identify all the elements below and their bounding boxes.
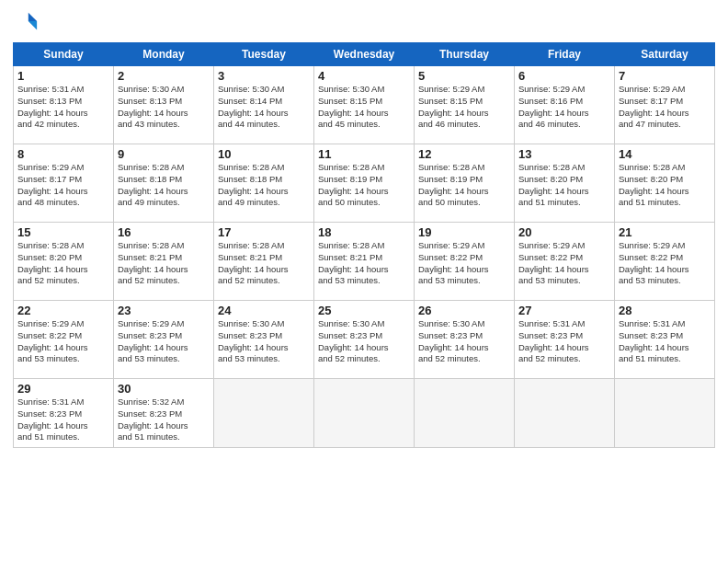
calendar-cell: 1Sunrise: 5:31 AM Sunset: 8:13 PM Daylig… — [14, 66, 114, 144]
day-info: Sunrise: 5:30 AM Sunset: 8:15 PM Dayligh… — [318, 84, 410, 131]
calendar-body: 1Sunrise: 5:31 AM Sunset: 8:13 PM Daylig… — [14, 66, 715, 448]
page-header — [13, 9, 715, 35]
day-info: Sunrise: 5:29 AM Sunset: 8:17 PM Dayligh… — [17, 162, 109, 209]
day-number: 13 — [518, 147, 610, 161]
calendar-cell: 10Sunrise: 5:28 AM Sunset: 8:18 PM Dayli… — [214, 144, 314, 223]
day-info: Sunrise: 5:31 AM Sunset: 8:13 PM Dayligh… — [17, 84, 109, 131]
day-info: Sunrise: 5:31 AM Sunset: 8:23 PM Dayligh… — [518, 318, 610, 365]
day-number: 24 — [218, 304, 310, 317]
day-number: 1 — [17, 69, 109, 83]
week-row-1: 1Sunrise: 5:31 AM Sunset: 8:13 PM Daylig… — [14, 66, 715, 144]
day-info: Sunrise: 5:28 AM Sunset: 8:19 PM Dayligh… — [318, 162, 410, 209]
calendar-cell: 9Sunrise: 5:28 AM Sunset: 8:18 PM Daylig… — [114, 144, 214, 223]
calendar-cell — [214, 379, 314, 448]
day-info: Sunrise: 5:28 AM Sunset: 8:21 PM Dayligh… — [218, 240, 310, 287]
week-row-5: 29Sunrise: 5:31 AM Sunset: 8:23 PM Dayli… — [14, 379, 715, 448]
day-number: 28 — [619, 304, 711, 317]
calendar-cell: 15Sunrise: 5:28 AM Sunset: 8:20 PM Dayli… — [14, 223, 114, 301]
calendar-cell: 8Sunrise: 5:29 AM Sunset: 8:17 PM Daylig… — [14, 144, 114, 223]
calendar-cell: 23Sunrise: 5:29 AM Sunset: 8:23 PM Dayli… — [114, 301, 214, 379]
day-number: 15 — [17, 225, 109, 239]
calendar-cell: 11Sunrise: 5:28 AM Sunset: 8:19 PM Dayli… — [314, 144, 415, 223]
calendar-cell — [415, 379, 515, 448]
day-number: 16 — [118, 225, 210, 239]
day-number: 20 — [518, 225, 610, 239]
calendar-cell: 2Sunrise: 5:30 AM Sunset: 8:13 PM Daylig… — [114, 66, 214, 144]
day-number: 29 — [17, 382, 109, 396]
day-info: Sunrise: 5:30 AM Sunset: 8:23 PM Dayligh… — [418, 318, 510, 365]
calendar-cell: 28Sunrise: 5:31 AM Sunset: 8:23 PM Dayli… — [615, 301, 715, 379]
day-info: Sunrise: 5:28 AM Sunset: 8:21 PM Dayligh… — [318, 240, 410, 287]
day-number: 10 — [218, 147, 310, 161]
week-row-4: 22Sunrise: 5:29 AM Sunset: 8:22 PM Dayli… — [14, 301, 715, 379]
week-row-2: 8Sunrise: 5:29 AM Sunset: 8:17 PM Daylig… — [14, 144, 715, 223]
day-info: Sunrise: 5:31 AM Sunset: 8:23 PM Dayligh… — [619, 318, 711, 365]
header-thursday: Thursday — [415, 43, 515, 66]
day-number: 25 — [318, 304, 410, 317]
day-info: Sunrise: 5:29 AM Sunset: 8:22 PM Dayligh… — [418, 240, 510, 287]
day-info: Sunrise: 5:29 AM Sunset: 8:16 PM Dayligh… — [518, 84, 610, 131]
calendar-table: SundayMondayTuesdayWednesdayThursdayFrid… — [13, 42, 715, 448]
day-info: Sunrise: 5:28 AM Sunset: 8:19 PM Dayligh… — [418, 162, 510, 209]
day-number: 9 — [118, 147, 210, 161]
day-number: 18 — [318, 225, 410, 239]
day-info: Sunrise: 5:29 AM Sunset: 8:23 PM Dayligh… — [118, 318, 210, 365]
day-number: 8 — [17, 147, 109, 161]
calendar-cell: 7Sunrise: 5:29 AM Sunset: 8:17 PM Daylig… — [615, 66, 715, 144]
calendar-cell: 5Sunrise: 5:29 AM Sunset: 8:15 PM Daylig… — [415, 66, 515, 144]
svg-marker-0 — [28, 13, 37, 21]
day-info: Sunrise: 5:31 AM Sunset: 8:23 PM Dayligh… — [17, 396, 109, 443]
day-info: Sunrise: 5:29 AM Sunset: 8:15 PM Dayligh… — [418, 84, 510, 131]
calendar-cell: 20Sunrise: 5:29 AM Sunset: 8:22 PM Dayli… — [515, 223, 615, 301]
calendar-cell: 19Sunrise: 5:29 AM Sunset: 8:22 PM Dayli… — [415, 223, 515, 301]
day-info: Sunrise: 5:29 AM Sunset: 8:17 PM Dayligh… — [619, 84, 711, 131]
day-info: Sunrise: 5:28 AM Sunset: 8:20 PM Dayligh… — [17, 240, 109, 287]
calendar-cell: 17Sunrise: 5:28 AM Sunset: 8:21 PM Dayli… — [214, 223, 314, 301]
calendar-cell: 14Sunrise: 5:28 AM Sunset: 8:20 PM Dayli… — [615, 144, 715, 223]
svg-marker-1 — [28, 21, 37, 29]
day-number: 17 — [218, 225, 310, 239]
day-number: 4 — [318, 69, 410, 83]
calendar-cell: 24Sunrise: 5:30 AM Sunset: 8:23 PM Dayli… — [214, 301, 314, 379]
header-monday: Monday — [114, 43, 214, 66]
day-number: 6 — [518, 69, 610, 83]
header-wednesday: Wednesday — [314, 43, 415, 66]
calendar-header-row: SundayMondayTuesdayWednesdayThursdayFrid… — [14, 43, 715, 66]
logo-icon — [13, 9, 39, 35]
day-number: 22 — [17, 304, 109, 317]
day-number: 23 — [118, 304, 210, 317]
week-row-3: 15Sunrise: 5:28 AM Sunset: 8:20 PM Dayli… — [14, 223, 715, 301]
calendar-cell: 6Sunrise: 5:29 AM Sunset: 8:16 PM Daylig… — [515, 66, 615, 144]
day-number: 7 — [619, 69, 711, 83]
header-sunday: Sunday — [14, 43, 114, 66]
calendar-cell: 12Sunrise: 5:28 AM Sunset: 8:19 PM Dayli… — [415, 144, 515, 223]
day-info: Sunrise: 5:30 AM Sunset: 8:23 PM Dayligh… — [218, 318, 310, 365]
day-number: 5 — [418, 69, 510, 83]
calendar-cell: 3Sunrise: 5:30 AM Sunset: 8:14 PM Daylig… — [214, 66, 314, 144]
logo — [13, 9, 42, 35]
day-info: Sunrise: 5:28 AM Sunset: 8:21 PM Dayligh… — [118, 240, 210, 287]
calendar-cell — [314, 379, 415, 448]
calendar-cell — [515, 379, 615, 448]
calendar-cell: 16Sunrise: 5:28 AM Sunset: 8:21 PM Dayli… — [114, 223, 214, 301]
day-info: Sunrise: 5:30 AM Sunset: 8:13 PM Dayligh… — [118, 84, 210, 131]
day-number: 30 — [118, 382, 210, 396]
day-info: Sunrise: 5:29 AM Sunset: 8:22 PM Dayligh… — [17, 318, 109, 365]
day-number: 3 — [218, 69, 310, 83]
day-number: 12 — [418, 147, 510, 161]
calendar-cell: 13Sunrise: 5:28 AM Sunset: 8:20 PM Dayli… — [515, 144, 615, 223]
day-info: Sunrise: 5:28 AM Sunset: 8:18 PM Dayligh… — [118, 162, 210, 209]
day-number: 21 — [619, 225, 711, 239]
day-info: Sunrise: 5:28 AM Sunset: 8:18 PM Dayligh… — [218, 162, 310, 209]
calendar-cell: 18Sunrise: 5:28 AM Sunset: 8:21 PM Dayli… — [314, 223, 415, 301]
header-tuesday: Tuesday — [214, 43, 314, 66]
day-number: 27 — [518, 304, 610, 317]
day-info: Sunrise: 5:29 AM Sunset: 8:22 PM Dayligh… — [518, 240, 610, 287]
day-number: 2 — [118, 69, 210, 83]
day-info: Sunrise: 5:32 AM Sunset: 8:23 PM Dayligh… — [118, 396, 210, 443]
calendar-cell: 25Sunrise: 5:30 AM Sunset: 8:23 PM Dayli… — [314, 301, 415, 379]
calendar-cell: 30Sunrise: 5:32 AM Sunset: 8:23 PM Dayli… — [114, 379, 214, 448]
day-number: 26 — [418, 304, 510, 317]
day-info: Sunrise: 5:28 AM Sunset: 8:20 PM Dayligh… — [518, 162, 610, 209]
day-info: Sunrise: 5:30 AM Sunset: 8:14 PM Dayligh… — [218, 84, 310, 131]
